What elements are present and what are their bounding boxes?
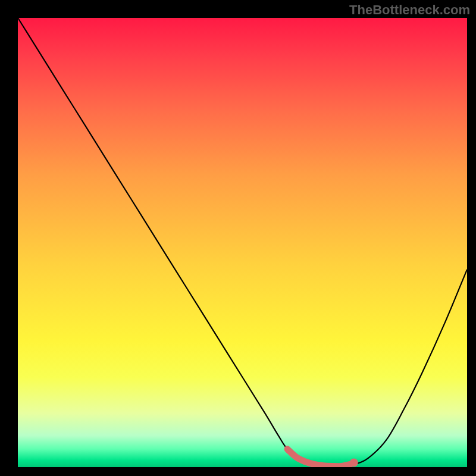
chart-plot-area	[18, 18, 467, 467]
highlight-segment	[287, 449, 350, 466]
highlight-end-dot	[350, 458, 358, 466]
watermark-text: TheBottleneck.com	[349, 2, 470, 18]
bottleneck-curve	[18, 18, 467, 467]
